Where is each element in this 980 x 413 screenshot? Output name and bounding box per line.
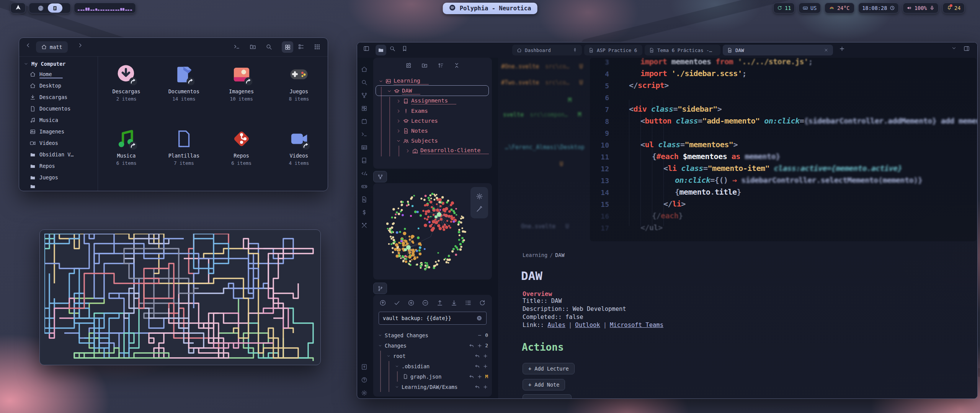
taskbar-apps[interactable] [29,3,71,13]
tree-item-notes[interactable]: Notes [373,126,490,136]
note-breadcrumb[interactable]: Learning/DAW [523,252,565,258]
editor-pane[interactable]: #One.sveltesrc\co…U #Two.sveltesrc\co…U … [498,58,977,398]
status-notifications[interactable]: 24 [942,3,965,13]
sidebar-item-repos[interactable]: Repos [19,160,98,172]
git-row-root[interactable]: root [373,351,488,361]
folder-button[interactable] [376,45,386,55]
ribbon-table-button[interactable] [361,144,368,151]
ribbon-terminal-button[interactable] [361,131,368,138]
explorer-edit-button[interactable] [405,62,412,68]
view-search-button[interactable] [266,44,272,50]
view-folder-plus-button[interactable] [250,44,256,50]
commit-message-input[interactable] [379,312,487,325]
file-manager-window[interactable]: matt My Computer HomeDesktopDescargasDoc… [19,37,328,191]
ribbon-code-button[interactable] [361,170,368,177]
folder-repos[interactable]: Repos 6 items [213,125,270,189]
ribbon-tools-button[interactable] [361,222,368,229]
new-tab-button[interactable] [839,46,845,52]
layout-sidebar-left-button[interactable] [363,46,369,52]
ribbon-book-button[interactable] [361,157,368,164]
tab-asp-practice-6[interactable]: ASP Practice 6 [584,45,642,55]
sidebar-item-obsidian-v-[interactable]: Obsidian V… [19,149,98,160]
folder-juegos[interactable]: Juegos 8 items [270,61,328,125]
git-upload-button[interactable] [436,299,443,306]
git-minus-circle-button[interactable] [422,299,429,306]
tab-list-button[interactable] [951,46,957,51]
note-action-button-partial[interactable] [523,394,572,398]
git-row-.obsidian[interactable]: .obsidian [373,361,488,371]
ribbon-help-button[interactable] [361,377,368,383]
folder-documentos[interactable]: Documentos 14 items [155,61,212,125]
commit-message-field[interactable] [383,315,476,321]
sidebar-item-desktop[interactable]: Desktop [19,80,98,91]
status-volume[interactable]: 100% [903,3,939,13]
explorer-collapse-button[interactable] [454,62,460,68]
view-grid-button[interactable] [282,41,293,53]
view-terminal-button[interactable] [234,44,240,50]
obsidian-window[interactable]: Dashboard ASP Practice 6 Tema 6 Práctica… [357,42,978,399]
tree-item-learning[interactable]: Learning [373,76,490,86]
sidebar-item-videos[interactable]: Videos [19,137,98,149]
sidebar-item-documentos[interactable]: Documentos [19,103,98,114]
explorer-sort-button[interactable] [438,62,444,68]
pipes-terminal-window[interactable] [39,229,321,365]
ribbon-dollar-button[interactable] [361,209,368,216]
close-tab-icon[interactable] [824,48,828,52]
tree-item-exams[interactable]: Exams [373,106,490,116]
note-action-button[interactable]: + Add Lecture [523,363,575,374]
tree-item-lectures[interactable]: Lectures [373,116,490,126]
ribbon-gamepad-button[interactable] [361,183,368,190]
explorer-folder-plus-button[interactable] [421,62,428,68]
sidebar-item-descargas[interactable]: Descargas [19,91,98,103]
tree-item-desarrollo-cliente[interactable]: Desarrollo-Cliente [373,146,490,156]
launcher-button[interactable] [10,3,26,13]
sidebar-item-partial[interactable] [19,183,98,189]
tree-item-daw[interactable]: DAW [373,86,490,96]
git-plus-circle-button[interactable] [408,299,415,306]
ribbon-file-search-button[interactable] [361,196,368,203]
git-download2-button[interactable] [451,299,457,306]
dock-app-active[interactable] [48,3,62,13]
status-keyboard-layout[interactable]: US [799,3,821,13]
ribbon-search-button[interactable] [361,79,368,86]
search-button[interactable] [389,46,395,52]
note-action-button[interactable]: + Add Note [523,379,565,390]
sidebar-item-juegos[interactable]: Juegos [19,172,98,183]
ribbon-layout-grid-button[interactable] [361,105,368,112]
view-list-button[interactable] [298,44,304,50]
tab-tema-6-pr-cticas-[interactable]: Tema 6 Prácticas -… [645,45,720,55]
git-row-graph.json[interactable]: graph.jsonM [373,371,488,382]
ribbon-git-fork-button[interactable] [361,92,368,99]
git-refresh-button[interactable] [479,299,486,306]
sidebar-section-header[interactable]: My Computer [19,56,98,68]
ribbon-home-button[interactable] [361,66,368,73]
status-weather[interactable]: 24°C [825,3,854,13]
tab-dashboard[interactable]: Dashboard [512,45,582,55]
right-sidebar-toggle[interactable] [964,46,970,52]
folder-musica[interactable]: Musica 6 items [98,125,155,189]
folder-videos[interactable]: Videos 4 items [270,125,328,189]
sidebar-item-home[interactable]: Home [19,68,98,80]
sidebar-item-musica[interactable]: Musica [19,114,98,126]
git-tab-badge[interactable] [373,283,387,294]
tab-daw[interactable]: DAW [723,45,833,55]
view-dots-grid-button[interactable] [314,44,320,50]
git-row-changes[interactable]: Changes2 [373,340,488,351]
graph-wand-button[interactable] [476,205,483,213]
status-updates[interactable]: 11 [773,3,795,13]
tree-item-assignments[interactable]: Assignments [373,96,490,106]
now-playing-widget[interactable]: Polyphia - Neurotica [443,3,537,14]
bookmark-button[interactable] [402,46,408,52]
note-link-microsoft-teams[interactable]: Microsoft Teams [610,322,663,328]
breadcrumb[interactable]: matt [36,41,68,53]
graph-tab-badge[interactable] [373,171,387,182]
note-link-outlook[interactable]: Outlook [575,322,600,328]
ribbon-vault-button[interactable] [361,364,368,370]
folder-imagenes[interactable]: Imagenes 10 items [213,61,270,125]
git-arrow-up-circle-button[interactable] [379,299,386,306]
note-link-aules[interactable]: Aules [547,322,565,328]
ribbon-gear-button[interactable] [361,390,368,396]
ribbon-calendar-button[interactable] [361,118,368,125]
sidebar-item-imagenes[interactable]: Imagenes [19,126,98,137]
status-clock[interactable]: 18:08:28 [858,3,899,13]
